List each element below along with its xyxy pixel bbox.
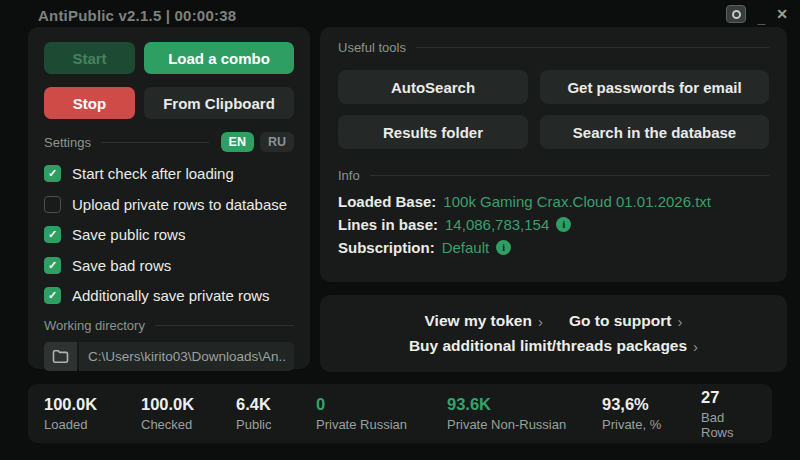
link-label: Buy additional limit/threads packages [409,337,687,355]
results-folder-button[interactable]: Results folder [338,115,528,149]
circle-icon [732,10,741,19]
checkbox-label: Start check after loading [72,165,234,182]
checkbox-label: Additionally save private rows [72,287,270,304]
stat-private-percent: 93,6% Private, % [602,395,701,432]
chevron-right-icon: › [693,338,698,355]
stat-value: 93,6% [602,395,701,414]
loaded-base-value: 100k Gaming Crax.Cloud 01.01.2026.txt [443,193,711,210]
checkbox-label: Save public rows [72,226,185,243]
stat-label: Private, % [602,417,701,432]
info-header: Info [338,168,769,183]
stat-label: Bad Rows [701,410,756,440]
stat-private-non-russian: 93.6K Private Non-Russian [447,395,602,432]
checkbox-upload-private-rows[interactable]: ✓ Upload private rows to database [44,196,294,213]
control-panel: Start Load a combo Stop From Clipboard S… [28,27,310,369]
useful-tools-header: Useful tools [338,40,769,55]
window-title: AntiPublic v2.1.5 | 00:00:38 [38,7,236,24]
checkbox-start-check-after-loading[interactable]: ✓ Start check after loading [44,165,294,182]
circle-window-button[interactable] [726,5,746,23]
checkbox-label: Save bad rows [72,257,171,274]
stat-label: Private Non-Russian [447,417,602,432]
checkbox-save-public-rows[interactable]: ✓ Save public rows [44,226,294,243]
stat-value: 100.0K [141,395,236,414]
subscription-value: Default [442,239,490,256]
checkbox-label: Upload private rows to database [72,196,287,213]
working-directory-input[interactable] [79,342,294,371]
stat-loaded: 100.0K Loaded [44,395,141,432]
stat-bad-rows: 27 Bad Rows [701,388,756,440]
go-to-support-link[interactable]: Go to support › [569,312,682,330]
stat-private-russian: 0 Private Russian [316,395,447,432]
checkbox-icon[interactable]: ✓ [44,165,61,182]
search-database-button[interactable]: Search in the database [540,115,769,149]
lines-in-base-key: Lines in base: [338,216,438,233]
info-label: Info [338,168,360,183]
language-toggle-en[interactable]: EN [221,132,254,152]
stat-label: Checked [141,417,236,432]
info-icon[interactable]: i [496,240,511,255]
checkbox-save-bad-rows[interactable]: ✓ Save bad rows [44,257,294,274]
stat-value: 0 [316,395,447,414]
stat-value: 6.4K [236,395,316,414]
stats-bar: 100.0K Loaded 100.0K Checked 6.4K Public… [28,384,772,443]
stat-value: 93.6K [447,395,602,414]
chevron-right-icon: › [538,313,543,330]
language-toggle-ru[interactable]: RU [260,132,294,152]
checkbox-icon[interactable]: ✓ [44,196,61,213]
subscription-key: Subscription: [338,239,435,256]
checkbox-additionally-save-private-rows[interactable]: ✓ Additionally save private rows [44,287,294,304]
info-icon[interactable]: i [556,217,571,232]
from-clipboard-button[interactable]: From Clipboard [144,87,294,119]
stat-value: 27 [701,388,756,407]
settings-header: Settings EN RU [44,132,294,152]
loaded-base-key: Loaded Base: [338,193,436,210]
settings-label: Settings [44,135,91,150]
divider [101,142,209,143]
settings-checkbox-list: ✓ Start check after loading ✓ Upload pri… [44,165,294,304]
folder-icon [52,349,69,364]
close-button[interactable]: ✕ [776,6,788,22]
tools-panel: Useful tools AutoSearch Get passwords fo… [320,27,787,282]
loaded-base-row: Loaded Base: 100k Gaming Crax.Cloud 01.0… [338,193,769,210]
load-combo-button[interactable]: Load a combo [144,42,294,74]
minimize-button[interactable]: _ [757,6,765,22]
checkbox-icon[interactable]: ✓ [44,287,61,304]
link-label: View my token [425,312,532,330]
working-directory-header: Working directory [44,318,294,333]
autosearch-button[interactable]: AutoSearch [338,70,528,104]
stat-label: Loaded [44,417,141,432]
get-passwords-button[interactable]: Get passwords for email [540,70,769,104]
useful-tools-label: Useful tools [338,40,406,55]
chevron-right-icon: › [677,313,682,330]
browse-folder-button[interactable] [44,342,77,371]
divider [155,325,294,326]
stop-button[interactable]: Stop [44,87,135,119]
subscription-row: Subscription: Default i [338,239,769,256]
lines-in-base-row: Lines in base: 14,086,783,154 i [338,216,769,233]
lines-in-base-value: 14,086,783,154 [445,216,549,233]
divider [370,175,769,176]
link-label: Go to support [569,312,671,330]
view-my-token-link[interactable]: View my token › [425,312,543,330]
working-directory-label: Working directory [44,318,145,333]
window-controls: _ ✕ [726,3,788,25]
checkbox-icon[interactable]: ✓ [44,257,61,274]
stat-value: 100.0K [44,395,141,414]
divider [416,47,769,48]
stat-public: 6.4K Public [236,395,316,432]
checkbox-icon[interactable]: ✓ [44,226,61,243]
stat-label: Private Russian [316,417,447,432]
stat-label: Public [236,417,316,432]
links-panel: View my token › Go to support › Buy addi… [320,295,787,372]
buy-packages-link[interactable]: Buy additional limit/threads packages › [409,337,698,355]
start-button[interactable]: Start [44,42,135,74]
stat-checked: 100.0K Checked [141,395,236,432]
